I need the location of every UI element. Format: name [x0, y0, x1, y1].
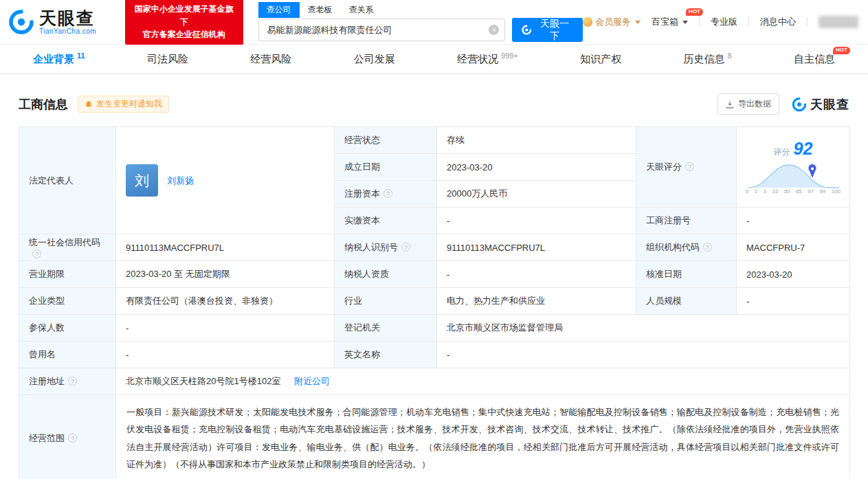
table-row: 曾用名 - 英文名称 - — [19, 342, 850, 368]
score-label-cell: 天眼评分 — [636, 127, 737, 208]
tianyancha-logo[interactable]: 天眼查 TianYanCha.com — [8, 9, 96, 35]
tab-label: 企业背景 — [33, 53, 74, 66]
search-tab-boss[interactable]: 查老板 — [300, 2, 341, 18]
search-tab-relation[interactable]: 查关系 — [341, 2, 382, 18]
bell-icon — [85, 100, 93, 109]
hot-badge: HOT — [833, 47, 850, 54]
tab-history-info[interactable]: 历史信息 8 — [671, 45, 744, 74]
legal-rep-value-cell: 刘 刘新扬 — [116, 127, 335, 234]
insured-count-label: 参保人数 — [19, 315, 116, 342]
search-tabs: 查公司 查老板 查关系 — [258, 2, 583, 18]
nearby-companies-link[interactable]: 附近公司 — [294, 376, 330, 386]
staff-size-value: - — [737, 288, 850, 315]
credit-code-label-cell: 统一社会信用代码 — [19, 234, 116, 261]
search-box — [258, 19, 506, 41]
tab-label: 自主信息 — [794, 53, 835, 66]
tab-company-development[interactable]: 公司发展 — [342, 45, 408, 74]
gov-badge-line2: 官方备案企业征信机构 — [132, 28, 236, 41]
treasure-box-menu[interactable]: 百宝箱 HOT — [652, 16, 688, 28]
tab-label: 经营风险 — [250, 53, 291, 66]
gov-badge-line1: 国家中小企业发展子基金旗下 — [132, 3, 236, 28]
pro-version-menu[interactable]: 专业版 — [711, 16, 737, 28]
export-data-button[interactable]: 导出数据 — [717, 93, 779, 115]
legal-rep-name-link[interactable]: 刘新扬 — [167, 175, 194, 187]
help-icon[interactable] — [68, 377, 77, 386]
industry-label: 行业 — [335, 288, 437, 315]
user-account-blurred[interactable] — [819, 16, 858, 28]
help-icon[interactable] — [383, 189, 392, 198]
tab-label: 知识产权 — [580, 53, 621, 66]
business-scope-label-cell: 经营范围 — [19, 395, 116, 479]
logo-text: 天眼查 TianYanCha.com — [39, 9, 96, 34]
message-center-menu[interactable]: 消息中心 — [760, 16, 796, 28]
tab-label: 经营状况 — [457, 53, 498, 66]
help-icon[interactable] — [685, 162, 694, 171]
logo-title: 天眼查 — [39, 9, 96, 27]
taxpayer-id-label: 纳税人识别号 — [344, 242, 398, 252]
chevron-down-icon — [682, 21, 688, 24]
search-row: 天眼一下 — [258, 18, 583, 42]
gov-certification-badge: 国家中小企业发展子基金旗下 官方备案企业征信机构 — [125, 0, 243, 45]
registry-authority-value: 北京市顺义区市场监督管理局 — [437, 315, 850, 342]
member-service-label: 会员服务 — [595, 16, 631, 28]
tab-judicial-risk[interactable]: 司法风险 — [135, 45, 201, 74]
reg-capital-value: 20000万人民币 — [437, 181, 636, 208]
hot-badge: HOT — [686, 8, 703, 16]
tab-intellectual-property[interactable]: 知识产权 — [568, 45, 634, 74]
tab-count: 8 — [727, 52, 731, 60]
search-button[interactable]: 天眼一下 — [512, 18, 583, 42]
divider — [699, 17, 700, 27]
tab-company-background[interactable]: 企业背景 11 — [21, 45, 98, 74]
org-code-label-cell: 组织机构代码 — [636, 234, 737, 261]
table-row: 法定代表人 刘 刘新扬 经营状态 存续 天眼评分 评分92 — [19, 127, 850, 154]
tab-label: 公司发展 — [354, 53, 395, 66]
business-scope-value: 一般项目：新兴能源技术研发；太阳能发电技术服务；合同能源管理；机动车充电销售；集… — [116, 395, 850, 479]
tab-count: 999+ — [501, 52, 518, 60]
score-pin-icon — [808, 164, 816, 178]
paid-capital-value: - — [437, 208, 636, 234]
score-prefix: 评分 — [774, 147, 790, 157]
member-service-menu[interactable]: 会员服务 — [583, 16, 641, 28]
credit-code-value: 91110113MACCFPRU7L — [116, 234, 335, 261]
help-icon[interactable] — [68, 434, 77, 443]
notify-change-label: 发生变更时通知我 — [96, 98, 162, 110]
english-name-value: - — [437, 342, 850, 368]
divider — [807, 17, 808, 27]
tianyancha-logo-icon — [792, 97, 807, 112]
help-icon[interactable] — [703, 243, 712, 252]
top-header: 天眼查 TianYanCha.com 国家中小企业发展子基金旗下 官方备案企业征… — [0, 0, 868, 44]
industry-value: 电力、热力生产和供应业 — [437, 288, 636, 315]
tab-label: 历史信息 — [683, 53, 724, 66]
legal-rep-avatar[interactable]: 刘 — [126, 164, 158, 197]
search-button-label: 天眼一下 — [536, 18, 573, 43]
taxpayer-id-value: 91110113MACCFPRU7L — [437, 234, 636, 261]
divider — [748, 17, 749, 27]
logo-subtitle: TianYanCha.com — [39, 27, 96, 35]
score-value: 92 — [794, 139, 813, 158]
chevron-down-icon — [635, 21, 641, 24]
brand-watermark-label: 天眼查 — [810, 96, 849, 113]
tianyancha-logo-icon — [8, 9, 34, 35]
business-term-value: 2023-03-20 至 无固定期限 — [116, 261, 335, 288]
member-medal-icon — [583, 17, 592, 27]
business-scope-label: 经营范围 — [29, 433, 65, 443]
business-info-table: 法定代表人 刘 刘新扬 经营状态 存续 天眼评分 评分92 — [19, 126, 850, 479]
notify-change-button[interactable]: 发生变更时通知我 — [78, 96, 169, 113]
tab-operation-status[interactable]: 经营状况 999+ — [445, 45, 531, 74]
approval-date-label: 核准日期 — [636, 261, 737, 288]
tab-self-info[interactable]: 自主信息 HOT — [781, 45, 847, 74]
legal-rep-label: 法定代表人 — [19, 127, 116, 234]
insured-count-value: - — [116, 315, 335, 342]
help-icon[interactable] — [32, 249, 41, 258]
established-value: 2023-03-20 — [437, 154, 636, 181]
staff-size-label: 人员规模 — [636, 288, 737, 315]
pro-version-label: 专业版 — [711, 16, 737, 28]
help-icon[interactable] — [401, 243, 410, 252]
business-term-label: 营业期限 — [19, 261, 116, 288]
search-input[interactable] — [258, 19, 506, 41]
message-center-label: 消息中心 — [760, 16, 796, 28]
address-label-cell: 注册地址 — [19, 368, 116, 395]
tab-operation-risk[interactable]: 经营风险 — [238, 45, 304, 74]
address-value-cell: 北京市顺义区天柱路20号院1号楼102室 附近公司 — [116, 368, 850, 395]
search-tab-company[interactable]: 查公司 — [258, 2, 300, 18]
